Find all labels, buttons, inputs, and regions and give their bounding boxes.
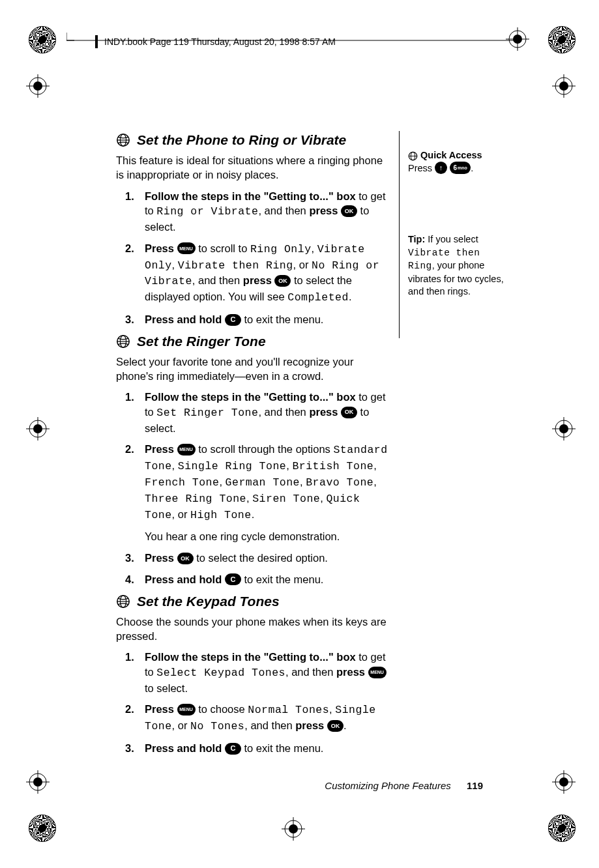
globe-icon	[116, 594, 130, 609]
step-text: Follow the steps in the "Getting to..." …	[145, 190, 356, 202]
phone-display-text: Three Ring Tone	[145, 493, 246, 505]
page-footer: Customizing Phone Features 119	[325, 780, 483, 791]
step-text: , or	[172, 508, 190, 520]
menu-key-icon	[177, 444, 196, 456]
registration-mark-icon	[26, 417, 50, 441]
side-column: Quick Access Press . Tip: If you select …	[408, 149, 504, 357]
phone-display-text: French Tone	[145, 476, 219, 489]
step-text: to scroll to	[196, 242, 250, 254]
steps-list: 3. Press to select the desired option. 4…	[116, 551, 390, 587]
phone-display-text: No Tones	[190, 720, 244, 732]
menu-key-icon	[177, 242, 196, 254]
registration-mark-icon	[552, 74, 576, 98]
step-number: 3.	[125, 551, 134, 566]
section-intro: Choose the sounds your phone makes when …	[116, 615, 390, 644]
crop-rosette-icon	[548, 815, 576, 842]
phone-display-text: Select Keypad Tones	[156, 667, 285, 679]
step-item: 1. Follow the steps in the "Getting to..…	[145, 189, 390, 235]
step-text: press	[336, 666, 368, 678]
tip-text: If you select	[425, 234, 478, 244]
phone-display-text: Single Ring Tone	[178, 460, 286, 472]
phone-display-text: Vibrate then Ring	[178, 259, 293, 272]
c-key-icon	[225, 573, 241, 585]
step-text: ,	[373, 459, 377, 471]
phone-display-text: German Tone	[226, 476, 300, 489]
phone-display-text: High Tone	[190, 509, 252, 521]
step-text: ,	[219, 476, 225, 487]
header-decoration-icon	[95, 35, 98, 48]
step-text: Follow the steps in the "Getting to..." …	[145, 391, 356, 403]
step-text: to exit the menu.	[241, 313, 324, 325]
step-text: ,	[172, 259, 178, 270]
section-title: Set the Ringer Tone	[137, 334, 266, 349]
step-item: 3. Press to select the desired option.	[145, 551, 390, 566]
tip-block: Tip: If you select Vibrate then Ring, yo…	[408, 233, 504, 298]
step-item: 1. Follow the steps in the "Getting to..…	[145, 390, 390, 435]
ok-key-icon	[327, 720, 343, 732]
six-key-icon	[450, 162, 471, 174]
c-key-icon	[225, 743, 241, 755]
step-text: .	[252, 508, 255, 520]
step-text: Press and hold	[145, 742, 225, 754]
crop-rosette-icon	[548, 26, 576, 53]
section-intro: Select your favorite tone and you'll rec…	[116, 354, 390, 384]
step-text: to select the desired option.	[194, 552, 328, 564]
step-text: Press	[145, 443, 177, 455]
step-text: to select.	[145, 682, 188, 694]
section-title: Set the Phone to Ring or Vibrate	[137, 132, 346, 148]
section-heading: Set the Keypad Tones	[116, 594, 390, 609]
step-text: , and then	[244, 719, 295, 731]
steps-list: 1. Follow the steps in the "Getting to..…	[116, 390, 390, 523]
step-text: Press	[145, 703, 177, 715]
step-item: 2. Press to choose Normal Tones, Single …	[145, 702, 390, 734]
step-item: 2. Press to scroll through the options S…	[145, 442, 390, 523]
registration-mark-icon	[26, 770, 50, 794]
step-item: 3. Press and hold to exit the menu.	[145, 312, 390, 327]
registration-mark-icon	[26, 74, 50, 98]
phone-display-text: Ring Only	[250, 243, 312, 255]
phone-display-text: Completed	[287, 291, 349, 304]
phone-display-text: British Tone	[292, 460, 373, 472]
step-number: 1.	[125, 390, 134, 405]
step-number: 2.	[125, 241, 134, 256]
page-number: 119	[467, 780, 483, 791]
steps-list: 1. Follow the steps in the "Getting to..…	[116, 189, 390, 327]
tip-label: Tip:	[408, 234, 425, 244]
phone-display-text: Set Ringer Tone	[156, 407, 258, 419]
step-text: ,	[172, 459, 178, 471]
step-text: , and then	[258, 406, 309, 418]
registration-mark-icon	[552, 417, 576, 441]
step-text: Press	[145, 242, 177, 254]
step-text: press	[309, 205, 341, 216]
ok-key-icon	[177, 553, 194, 564]
step-item: 1. Follow the steps in the "Getting to..…	[145, 650, 390, 695]
ok-key-icon	[341, 205, 357, 217]
step-text: Press and hold	[145, 313, 225, 325]
globe-icon	[116, 133, 130, 147]
phone-display-text: Normal Tones	[248, 704, 329, 716]
step-item: 3. Press and hold to exit the menu.	[145, 741, 390, 756]
up-arrow-key-icon	[435, 162, 447, 174]
step-number: 4.	[125, 572, 134, 587]
phone-display-text: Ring or Vibrate	[156, 205, 258, 218]
step-text: .	[343, 719, 347, 731]
step-text: press	[295, 719, 327, 731]
globe-icon	[408, 151, 418, 161]
step-text: , or	[293, 259, 312, 270]
step-text: Follow the steps in the "Getting to..." …	[145, 651, 356, 663]
step-text: Press	[145, 552, 177, 564]
step-item: 4. Press and hold to exit the menu.	[145, 572, 390, 587]
main-column: Set the Phone to Ring or Vibrate This fe…	[116, 126, 390, 762]
phone-display-text: Bravo Tone	[306, 476, 373, 489]
step-text: , and then	[285, 666, 336, 678]
step-text: , and then	[192, 274, 243, 286]
step-number: 2.	[125, 442, 134, 457]
footer-title: Customizing Phone Features	[325, 780, 450, 791]
running-header-text: INDY.book Page 119 Thursday, August 20, …	[104, 36, 336, 47]
step-text: ,	[286, 459, 292, 471]
step-text: ,	[300, 476, 306, 487]
section-title: Set the Keypad Tones	[137, 594, 280, 609]
quick-access-text: Press	[408, 163, 435, 173]
demo-note: You hear a one ring cycle demonstration.	[116, 529, 390, 544]
quick-access-text: .	[471, 163, 473, 173]
